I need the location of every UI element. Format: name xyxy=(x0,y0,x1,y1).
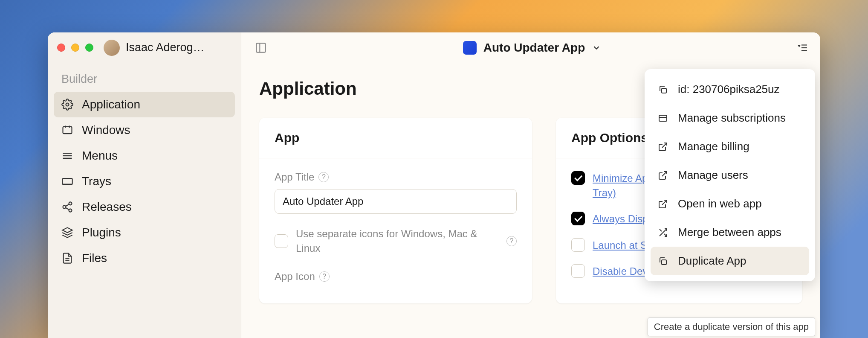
card-title: App xyxy=(275,131,517,145)
svg-rect-15 xyxy=(256,43,265,52)
sidebar-toggle-button[interactable] xyxy=(250,38,272,58)
maximize-window-button[interactable] xyxy=(85,44,93,52)
help-icon[interactable]: ? xyxy=(318,172,329,182)
menu-icon xyxy=(61,150,73,162)
svg-line-24 xyxy=(662,143,667,148)
option-label-text: Minimize Ap xyxy=(593,172,648,184)
help-icon[interactable]: ? xyxy=(506,236,517,246)
svg-rect-18 xyxy=(801,44,807,45)
svg-point-8 xyxy=(63,206,66,209)
sidebar-item-files[interactable]: Files xyxy=(54,245,235,271)
card-body: App Title ? Use separate icons for Windo… xyxy=(259,158,532,295)
option-checkbox[interactable] xyxy=(571,212,585,225)
tooltip: Create a duplicate version of this app xyxy=(648,318,815,336)
menu-item-users[interactable]: Manage users xyxy=(651,161,809,189)
separate-icons-row: Use separate icons for Windows, Mac & Li… xyxy=(275,227,517,255)
card-header: App xyxy=(259,118,532,158)
svg-line-26 xyxy=(662,200,667,205)
tray-icon xyxy=(61,175,73,187)
avatar[interactable] xyxy=(104,40,120,56)
app-window: Isaac Aderog… Builder Application Window… xyxy=(48,32,820,338)
sidebar-item-trays[interactable]: Trays xyxy=(54,169,235,194)
option-label: Launch at S xyxy=(593,238,647,253)
sidebar-item-label: Application xyxy=(82,98,140,111)
sidebar-section-title: Builder xyxy=(54,73,235,92)
app-selector[interactable]: Auto Updater App xyxy=(272,41,792,55)
file-icon xyxy=(61,252,73,264)
sidebar-item-menus[interactable]: Menus xyxy=(54,143,235,169)
option-checkbox[interactable] xyxy=(571,171,585,185)
svg-rect-1 xyxy=(63,127,72,134)
menu-item-subscriptions[interactable]: Manage subscriptions xyxy=(651,104,809,132)
sidebar: Isaac Aderog… Builder Application Window… xyxy=(48,32,241,338)
help-icon[interactable]: ? xyxy=(319,271,330,282)
separate-icons-label: Use separate icons for Windows, Mac & Li… xyxy=(296,227,499,255)
share-icon xyxy=(61,201,73,213)
sidebar-item-plugins[interactable]: Plugins xyxy=(54,220,235,245)
gear-icon xyxy=(61,99,73,111)
option-label: Always Disp xyxy=(593,212,648,226)
menu-item-duplicate[interactable]: Duplicate App xyxy=(651,247,809,275)
menu-item-web-app[interactable]: Open in web app xyxy=(651,189,809,218)
app-icon xyxy=(463,41,477,55)
menu-label: Open in web app xyxy=(678,197,762,210)
external-link-icon xyxy=(657,141,668,152)
svg-line-11 xyxy=(66,208,69,210)
close-window-button[interactable] xyxy=(57,44,65,52)
svg-marker-12 xyxy=(62,227,72,233)
menu-label: Manage users xyxy=(678,169,748,182)
copy-icon xyxy=(657,256,668,267)
app-name: Auto Updater App xyxy=(483,41,585,55)
menu-label: Duplicate App xyxy=(678,254,746,268)
field-label-text: App Title xyxy=(275,171,314,183)
main-content: Auto Updater App Application App App Tit… xyxy=(241,32,820,338)
sidebar-item-label: Releases xyxy=(82,200,132,214)
sidebar-item-label: Plugins xyxy=(82,226,121,239)
minimize-window-button[interactable] xyxy=(71,44,79,52)
username: Isaac Aderog… xyxy=(126,41,205,54)
sidebar-item-label: Windows xyxy=(82,123,130,137)
sidebar-item-label: Menus xyxy=(82,149,118,163)
shuffle-icon xyxy=(657,227,668,238)
option-label: Minimize Ap Tray) xyxy=(593,171,648,200)
menu-label: Manage subscriptions xyxy=(678,111,786,125)
sidebar-section-builder: Builder Application Windows Menus xyxy=(48,63,241,280)
menu-item-id[interactable]: id: 230706piksa25uz xyxy=(651,75,809,104)
menu-label: id: 230706piksa25uz xyxy=(678,83,780,96)
app-actions-menu: id: 230706piksa25uz Manage subscriptions… xyxy=(645,69,815,281)
traffic-lights xyxy=(57,44,93,52)
titlebar-left: Isaac Aderog… xyxy=(48,32,241,63)
field-label-app-icon: App Icon ? xyxy=(275,271,517,283)
sidebar-item-releases[interactable]: Releases xyxy=(54,194,235,220)
menu-item-merge[interactable]: Merge between apps xyxy=(651,218,809,247)
sidebar-item-label: Trays xyxy=(82,175,111,188)
copy-icon xyxy=(657,84,668,95)
svg-line-10 xyxy=(66,204,69,207)
sidebar-item-application[interactable]: Application xyxy=(54,92,235,117)
card-app: App App Title ? Use separate icons for W… xyxy=(259,118,532,303)
svg-rect-19 xyxy=(801,47,807,48)
svg-rect-20 xyxy=(801,50,807,51)
option-checkbox[interactable] xyxy=(571,238,585,252)
menu-label: Merge between apps xyxy=(678,226,781,239)
svg-line-25 xyxy=(662,172,667,176)
svg-point-9 xyxy=(69,209,72,212)
option-label-text: Tray) xyxy=(593,187,616,198)
sidebar-item-label: Files xyxy=(82,251,107,265)
titlebar-right: Auto Updater App xyxy=(241,32,820,63)
menu-item-billing[interactable]: Manage billing xyxy=(651,132,809,161)
menu-label: Manage billing xyxy=(678,140,749,153)
svg-line-29 xyxy=(660,229,662,231)
external-link-icon xyxy=(657,170,668,181)
windows-icon xyxy=(61,124,73,136)
sidebar-item-windows[interactable]: Windows xyxy=(54,117,235,143)
svg-point-7 xyxy=(69,202,72,205)
svg-marker-17 xyxy=(798,45,801,47)
more-menu-button[interactable] xyxy=(792,39,812,57)
svg-point-0 xyxy=(66,103,69,106)
separate-icons-checkbox[interactable] xyxy=(275,234,288,248)
option-checkbox[interactable] xyxy=(571,264,585,278)
app-title-input[interactable] xyxy=(275,189,517,214)
svg-rect-22 xyxy=(659,115,667,121)
card-icon xyxy=(657,113,668,124)
